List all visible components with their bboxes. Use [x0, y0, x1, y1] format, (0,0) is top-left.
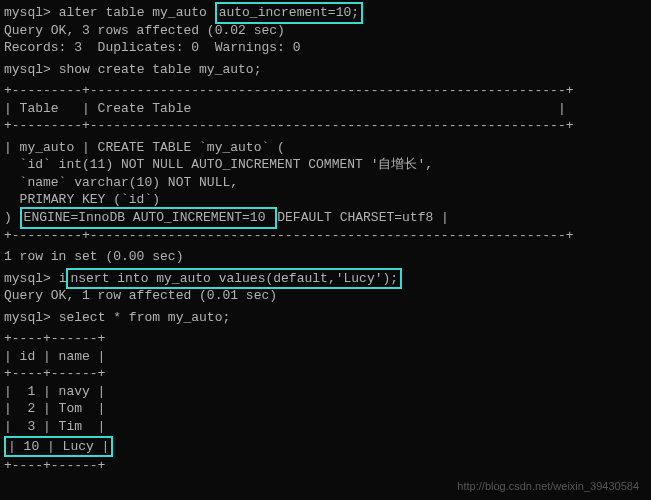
prompt: mysql> — [4, 271, 51, 286]
select-border: +----+------+ — [4, 365, 647, 383]
create-table-line: | my_auto | CREATE TABLE `my_auto` ( — [4, 139, 647, 157]
cmd-alter-table: mysql> alter table my_auto auto_incremen… — [4, 4, 647, 22]
highlight-engine-innodb: ENGINE=InnoDB AUTO_INCREMENT=10 — [20, 207, 278, 229]
cmd-text: alter table my_auto — [59, 5, 215, 20]
table-row: | 3 | Tim | — [4, 418, 647, 436]
create-table-engine-line: ) ENGINE=InnoDB AUTO_INCREMENT=10 DEFAUL… — [4, 209, 647, 227]
prompt: mysql> — [4, 310, 51, 325]
highlight-row-lucy: | 10 | Lucy | — [4, 436, 113, 458]
pre-text: ) — [4, 210, 20, 225]
table-row: | 1 | navy | — [4, 383, 647, 401]
table-row-highlighted: | 10 | Lucy | — [4, 436, 647, 458]
post-text: DEFAULT CHARSET=utf8 | — [277, 210, 449, 225]
cmd-text: select * from my_auto; — [59, 310, 231, 325]
cmd-select: mysql> select * from my_auto; — [4, 309, 647, 327]
rows-in-set: 1 row in set (0.00 sec) — [4, 248, 647, 266]
create-table-line: `name` varchar(10) NOT NULL, — [4, 174, 647, 192]
cmd-show-create: mysql> show create table my_auto; — [4, 61, 647, 79]
prompt: mysql> — [4, 5, 51, 20]
select-header: | id | name | — [4, 348, 647, 366]
table-border: +---------+-----------------------------… — [4, 117, 647, 135]
table-header: | Table | Create Table | — [4, 100, 647, 118]
table-border: +---------+-----------------------------… — [4, 227, 647, 245]
cmd-text: show create table my_auto; — [59, 62, 262, 77]
highlight-auto-increment: auto_increment=10; — [215, 2, 363, 24]
select-border: +----+------+ — [4, 330, 647, 348]
result-query-ok: Query OK, 3 rows affected (0.02 sec) — [4, 22, 647, 40]
result-query-ok: Query OK, 1 row affected (0.01 sec) — [4, 287, 647, 305]
cmd-pre: i — [59, 271, 67, 286]
create-table-line: `id` int(11) NOT NULL AUTO_INCREMENT COM… — [4, 156, 647, 174]
result-records: Records: 3 Duplicates: 0 Warnings: 0 — [4, 39, 647, 57]
prompt: mysql> — [4, 62, 51, 77]
highlight-insert-stmt: nsert into my_auto values(default,'Lucy'… — [66, 268, 402, 290]
select-border: +----+------+ — [4, 457, 647, 475]
table-row: | 2 | Tom | — [4, 400, 647, 418]
cmd-insert: mysql> insert into my_auto values(defaul… — [4, 270, 647, 288]
table-border: +---------+-----------------------------… — [4, 82, 647, 100]
watermark: http://blog.csdn.net/weixin_39430584 — [457, 479, 639, 494]
